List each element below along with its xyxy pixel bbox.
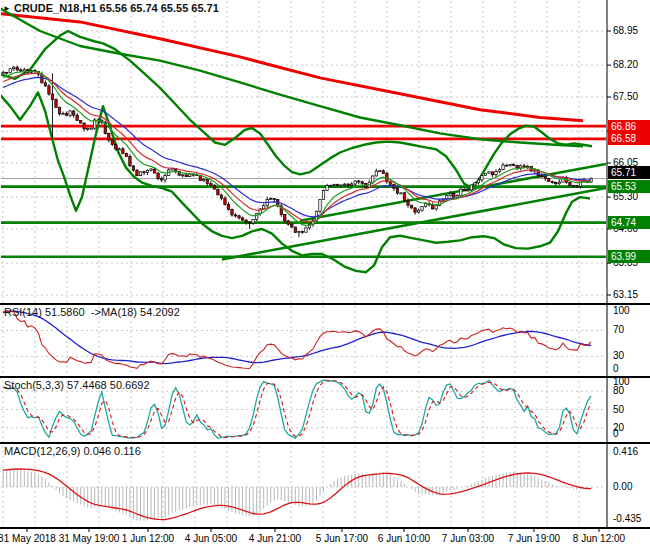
rsi-axis-label: 70 (613, 324, 624, 336)
price-level-badge: 66.86 (608, 120, 650, 133)
rsi-axis-label: 0 (613, 363, 619, 375)
time-axis-label: 4 Jun 05:00 (185, 533, 237, 545)
trading-chart-window: ► CRUDE_N18,H1 65.56 65.74 65.55 65.71 R… (0, 0, 650, 550)
stoch-axis-label: 80 (613, 385, 624, 397)
symbol-marker-icon: ► (3, 4, 11, 13)
bid-price-badge: 65.71 (608, 166, 650, 179)
time-axis-label: 5 Jun 17:00 (316, 533, 368, 545)
chart-title: ► CRUDE_N18,H1 65.56 65.74 65.55 65.71 (3, 2, 219, 15)
macd-axis-label: -0.435 (613, 513, 641, 525)
rsi-indicator-label: RSI(14) 51.5860 ->MA(18) 54.2092 (4, 306, 180, 319)
price-axis-label: 67.50 (613, 91, 638, 103)
price-level-badge: 64.74 (608, 216, 650, 229)
time-axis-label: 31 May 19:00 (59, 533, 120, 545)
rsi-pane (3, 311, 591, 369)
time-axis-label: 7 Jun 19:00 (508, 533, 560, 545)
stoch-axis-label: 0 (613, 428, 619, 440)
price-level-badge: 65.53 (608, 180, 650, 193)
price-level-badge: 63.99 (608, 250, 650, 263)
ohlc-readout: 65.56 65.74 65.55 65.71 (97, 2, 219, 14)
time-axis-label: 1 Jun 12:00 (122, 533, 174, 545)
stoch-axis-label: 50 (613, 404, 624, 416)
macd-indicator-label: MACD(12,26,9) 0.046 0.116 (4, 445, 141, 458)
price-axis-label: 68.20 (613, 59, 638, 71)
rsi-axis-label: 30 (613, 350, 624, 362)
time-axis-label: 8 Jun 12:00 (573, 533, 625, 545)
price-axis-label: 68.95 (613, 25, 638, 37)
time-axis-label: 7 Jun 03:00 (442, 533, 494, 545)
stoch-indicator-label: Stoch(5,3,3) 57.4468 50.6692 (4, 379, 150, 392)
price-level-badge: 66.58 (608, 132, 650, 145)
symbol-title: CRUDE_N18,H1 (14, 2, 97, 14)
overlay-moving-averages (3, 71, 591, 225)
macd-axis-label: 0.416 (613, 446, 638, 458)
time-axis-label: 4 Jun 21:00 (249, 533, 301, 545)
macd-pane (3, 468, 591, 521)
macd-axis-label: 0.00 (613, 481, 632, 493)
price-axis-label: 63.15 (613, 289, 638, 301)
rsi-axis-label: 100 (613, 305, 630, 317)
time-axis-label: 31 May 2018 (0, 533, 56, 545)
time-axis-label: 6 Jun 10:00 (378, 533, 430, 545)
chart-canvas[interactable] (0, 0, 650, 550)
